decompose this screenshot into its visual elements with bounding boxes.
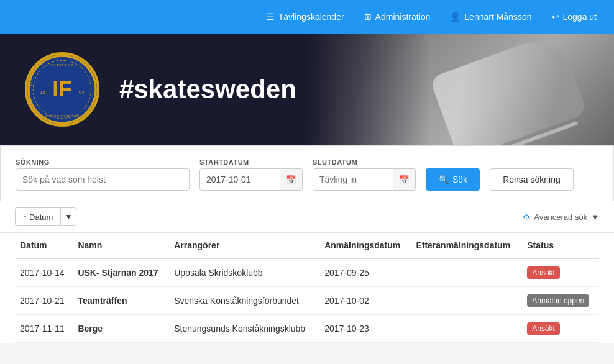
table-header-row: Datum Namn Arrangörer Anmälningsdatum Ef… [15,233,599,258]
startdatum-calendar-button[interactable]: 📅 [280,168,303,191]
search-input[interactable] [16,168,190,191]
logo: 19 04 IF SVENSKA KONSTÅKNINGSFÖRBUND SVE… [25,52,99,127]
cell-status: Anmälan öppen [522,287,599,315]
svg-text:IF: IF [52,76,72,101]
logout-icon: ↩ [552,12,559,22]
cell-arrangorer: Stenungsunds Konståkningsklubb [169,315,319,343]
cell-anmalningsdatum: 2017-09-25 [319,258,411,287]
sort-row: ↑ Datum ▼ ⚙ Avancerad sök ▼ [0,201,614,233]
table-container: Datum Namn Arrangörer Anmälningsdatum Ef… [0,233,614,343]
cell-status: Ansökt [522,258,599,287]
cell-status: Ansökt [522,315,599,343]
table-row[interactable]: 2017-11-11 Berge Stenungsunds Konståknin… [15,315,599,343]
sok-button[interactable]: 🔍 Sök [426,168,480,191]
svg-text:SVENSKA: SVENSKA [50,63,74,67]
sokning-group: SÖKNING [16,158,190,191]
cell-datum: 2017-10-21 [15,287,73,315]
cell-efteranmalningsdatum [411,315,522,343]
svg-text:KONSTÅKNINGSFÖRBUND: KONSTÅKNINGSFÖRBUND [36,114,88,118]
sok-button-label: Sök [452,175,467,184]
nav-user[interactable]: 👤 Lennart Månsson [442,8,539,25]
sort-caret-button[interactable]: ▼ [60,207,76,226]
nav-logout-label: Logga ut [563,12,597,22]
table-row[interactable]: 2017-10-14 USK- Stjärnan 2017 Uppsala Sk… [15,258,599,287]
cell-efteranmalningsdatum [411,287,522,315]
banner-tagline: #skatesweden [119,75,296,104]
sort-datum-label: ↑ Datum [23,212,53,222]
search-area: SÖKNING STARTDATUM 📅 SLUTDATUM 📅 🔍 Sök R… [0,145,614,201]
nav-user-label: Lennart Månsson [464,12,531,22]
cell-arrangorer: Svenska Konståkningsförbundet [169,287,319,315]
nav-tavlingskalender[interactable]: ☰ Tävlingskalender [259,8,352,25]
nav-administration[interactable]: ⊞ Administration [357,8,438,25]
gear-icon: ⚙ [523,212,530,222]
col-status: Status [522,233,599,258]
startdatum-group: STARTDATUM 📅 [199,158,303,191]
slutdatum-group: SLUTDATUM 📅 [313,158,416,191]
banner: 19 04 IF SVENSKA KONSTÅKNINGSFÖRBUND SVE… [0,34,614,145]
cell-efteranmalningsdatum [411,258,522,287]
user-icon: 👤 [450,12,460,22]
chevron-down-icon: ▼ [65,212,72,221]
search-icon: 🔍 [438,175,449,184]
svg-text:SVERIGE: SVERIGE [29,66,32,87]
sokning-label: SÖKNING [16,158,190,166]
rensa-button[interactable]: Rensa sökning [490,168,574,191]
svg-text:04: 04 [79,89,84,95]
cell-arrangorer: Uppsala Skridskoklubb [169,258,319,287]
col-efteranmalningsdatum: Efteranmälningsdatum [411,233,522,258]
col-anmalningsdatum: Anmälningsdatum [319,233,411,258]
cell-anmalningsdatum: 2017-10-23 [319,315,411,343]
svg-text:19: 19 [40,89,45,95]
sort-datum-button[interactable]: ↑ Datum [15,207,60,226]
nav-tavlingskalender-label: Tävlingskalender [278,12,344,22]
cell-namn: USK- Stjärnan 2017 [73,258,169,287]
rensa-button-label: Rensa sökning [503,175,561,184]
admin-icon: ⊞ [364,12,372,22]
col-datum: Datum [15,233,73,258]
cell-anmalningsdatum: 2017-10-02 [319,287,411,315]
status-badge: Ansökt [527,322,560,335]
competitions-table: Datum Namn Arrangörer Anmälningsdatum Ef… [15,233,599,343]
slutdatum-label: SLUTDATUM [313,158,416,166]
status-badge: Anmälan öppen [527,294,589,307]
status-badge: Ansökt [527,266,560,279]
sort-button-group: ↑ Datum ▼ [15,207,76,226]
cell-datum: 2017-11-11 [15,315,73,343]
cell-namn: Berge [73,315,169,343]
cell-datum: 2017-10-14 [15,258,73,287]
nav-administration-label: Administration [375,12,431,22]
slutdatum-calendar-button[interactable]: 📅 [393,168,416,191]
col-arrangorer: Arrangörer [169,233,319,258]
col-namn: Namn [73,233,169,258]
startdatum-input[interactable] [199,168,280,191]
advanced-caret-icon: ▼ [591,212,599,222]
table-row[interactable]: 2017-10-21 Teamträffen Svenska Konståkni… [15,287,599,315]
top-nav: ☰ Tävlingskalender ⊞ Administration 👤 Le… [0,0,614,34]
startdatum-label: STARTDATUM [199,158,303,166]
slutdatum-input[interactable] [313,168,393,191]
advanced-search-label: Avancerad sök [534,212,587,222]
cell-namn: Teamträffen [73,287,169,315]
advanced-search-link[interactable]: ⚙ Avancerad sök ▼ [523,212,599,222]
calendar-icon: ☰ [267,12,275,22]
nav-logout[interactable]: ↩ Logga ut [544,8,605,25]
